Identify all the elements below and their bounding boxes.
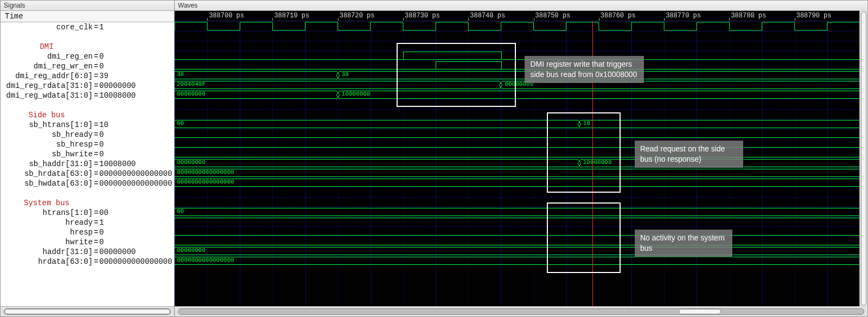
signal-row[interactable]: dmi_reg_wr_en=0 [1,61,174,71]
signal-row[interactable]: dmi_reg_addr[6:0]=39 [1,71,174,81]
signal-name: core_clk [1,22,94,32]
app-root: Signals Time core_clk = 1 DMI dmi_reg_en… [0,0,868,317]
time-ruler[interactable]: 388700 ps388710 ps388720 ps388730 ps3887… [175,11,867,21]
signal-row[interactable]: hwrite=0 [1,237,174,247]
waves-vscroll[interactable] [859,10,867,307]
group-sidebus: Side bus [1,110,94,120]
annotation-text: Read request on the side bus (no respons… [635,141,743,168]
wave-area[interactable]: 3839 2004040F00000000 0000000010008000 0… [175,21,867,306]
signal-row[interactable]: hready=1 [1,218,174,227]
signals-panel-title: Signals [1,1,174,11]
time-label: Time [1,11,174,22]
signal-row[interactable]: sb_htrans[1:0]=10 [1,120,174,130]
signal-row[interactable]: sb_hwrite=0 [1,149,174,159]
signal-list[interactable]: core_clk = 1 DMI dmi_reg_en=0 dmi_reg_wr… [1,22,174,306]
signal-row[interactable]: dmi_reg_rdata[31:0]=00000000 [1,81,174,91]
signals-hscroll[interactable] [1,306,174,316]
signal-row[interactable]: sb_haddr[31:0]=10008000 [1,159,174,169]
waves-panel-title: Waves [175,1,867,11]
group-sysbus: System bus [1,198,94,208]
waves-hscroll[interactable] [175,306,867,316]
group-dmi: DMI [1,42,94,52]
signal-row[interactable]: sb_hresp=0 [1,140,174,149]
signal-row[interactable]: hrdata[63:0]=0000000000000000 [1,257,174,267]
signal-row-core-clk[interactable]: core_clk = 1 [1,22,174,32]
signal-row[interactable]: htrans[1:0]=00 [1,208,174,218]
signals-panel: Signals Time core_clk = 1 DMI dmi_reg_en… [1,1,175,316]
waves-panel: Waves 388700 ps388710 ps388720 ps388730 … [175,1,867,316]
annotation-text: No activity on the system bus [635,230,732,257]
signal-row[interactable]: haddr[31:0]=00000000 [1,247,174,257]
signal-row[interactable]: sb_hrdata[63:0]=0000000000000000 [1,169,174,179]
signal-value: 1 [98,22,174,32]
signal-row[interactable]: sb_hready=0 [1,130,174,140]
signal-row[interactable]: dmi_reg_wdata[31:0]=10008000 [1,91,174,100]
annotation-text: DMI register write that triggers side bu… [525,56,644,83]
signal-row[interactable]: hresp=0 [1,227,174,237]
signal-row[interactable]: dmi_reg_en=0 [1,52,174,61]
signal-row[interactable]: sb_hwdata[63:0]=0000000000000000 [1,179,174,188]
